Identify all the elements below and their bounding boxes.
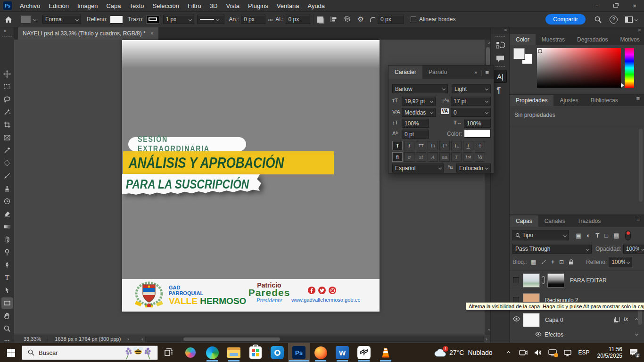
help-icon[interactable]: ? [610,16,618,24]
visibility-checkbox[interactable] [513,277,519,283]
filter-toggle-switch[interactable] [625,230,631,240]
lock-all-icon[interactable] [569,259,574,265]
document-close-icon[interactable]: × [150,30,154,37]
ordinals-button[interactable]: 1st [463,152,473,162]
zoom-tool-icon[interactable] [1,323,13,334]
effects-label[interactable]: Efectos [545,331,563,338]
comments-panel-icon[interactable] [496,55,504,63]
shape-height-field[interactable]: 0 px [286,15,310,24]
paragraph-panel-icon[interactable]: ¶ [496,86,501,96]
rectangle-tool-icon[interactable] [1,297,13,309]
language-select[interactable]: Español [392,164,444,173]
tab-degradados[interactable]: Degradados [571,34,614,45]
h-scroll-left-arrow[interactable]: ‹ [141,336,143,342]
eyedropper-tool-icon[interactable] [1,145,13,156]
taskbar-outlook[interactable] [266,343,288,362]
align-edges-checkbox[interactable] [411,16,416,22]
collapse-tools-icon[interactable]: » [4,28,7,33]
dodge-tool-icon[interactable] [1,247,13,258]
menu-archivo[interactable]: Archivo [16,0,44,12]
discretionary-ligatures-button[interactable]: st [416,152,426,162]
opacity-field[interactable]: 100% [623,244,644,254]
stroke-width-select[interactable]: 1 px [163,15,194,24]
fill-opacity-field[interactable]: 100% [609,257,632,267]
small-caps-button[interactable]: Tᴛ [428,141,438,150]
layer-filter-select[interactable]: Tipo [512,230,569,240]
dock-grip[interactable] [495,66,505,67]
taskbar-capcut[interactable] [353,343,375,362]
artboard[interactable]: SESIÓN EXTRAORDINARIA ANÁLISIS Y APROBAC… [122,40,380,312]
fractions-button[interactable]: ½ [475,152,485,162]
visibility-eye-icon[interactable] [513,316,520,321]
layer-row-efectos[interactable]: Efectos [510,329,644,340]
expand-icon[interactable] [635,332,638,336]
tab-trazados[interactable]: Trazados [571,215,607,227]
superscript-button[interactable]: T¹ [439,141,450,150]
faux-italic-button[interactable]: T [404,141,414,150]
taskbar-word[interactable]: W [331,343,353,362]
underline-button[interactable]: T [463,141,473,150]
menu-3d[interactable]: 3D [206,0,222,12]
antialias-select[interactable]: Enfocado [456,164,491,173]
taskbar-vlc[interactable] [375,343,396,362]
menu-vista[interactable]: Vista [222,0,244,12]
weather-temperature[interactable]: 27°C [449,349,464,356]
stroke-color-swatch[interactable] [146,16,159,24]
all-caps-button[interactable]: TT [416,141,426,150]
zoom-level-field[interactable]: 33,33% [24,336,41,342]
tray-overflow-chevron-icon[interactable] [507,351,510,354]
stylistic-alternates-button[interactable]: T [451,152,462,162]
minimize-button[interactable]: − [587,0,606,12]
panel-menu-icon[interactable]: ≡ [631,95,644,106]
titling-alternates-button[interactable]: A [428,152,438,162]
expand-dock-icon[interactable]: « [491,27,510,34]
weather-icon[interactable]: 1 [434,348,446,357]
baseline-shift-field[interactable]: 0 pt [402,130,429,139]
task-view-button[interactable] [158,343,180,362]
crop-tool-icon[interactable] [1,119,13,131]
hue-slider[interactable] [625,48,634,88]
notification-center-icon[interactable]: 2 [629,348,638,357]
document-tab[interactable]: NAYELI.psd al 33,3% (Titulo y cuadros, R… [18,27,158,40]
layer-thumbnail[interactable] [523,273,540,288]
collapse-dock-icon[interactable]: » [510,27,644,34]
font-family-select[interactable]: Barlow [392,84,448,93]
lock-artboard-icon[interactable]: ⊡ [559,259,564,265]
hand-tool-icon[interactable] [1,310,13,321]
horizontal-scroll-thumb[interactable] [183,337,280,341]
taskbar-firefox[interactable] [310,343,331,362]
lock-transparency-icon[interactable]: ▦ [531,259,536,265]
taskbar-photoshop-active[interactable]: Ps [288,343,310,362]
fill-color-swatch[interactable] [110,16,123,24]
panel-foreground-swatch[interactable] [513,48,525,59]
lock-position-icon[interactable]: + [551,259,554,265]
quick-selection-tool-icon[interactable] [1,107,13,118]
menu-ventana[interactable]: Ventana [272,0,304,12]
panel-menu-icon[interactable]: ≡ [485,69,489,76]
color-field[interactable] [537,48,621,88]
layer-name[interactable]: Capa 0 [545,317,563,323]
copilot-button[interactable] [180,343,201,362]
share-button[interactable]: Compartir [545,14,586,25]
layer-fx-badge[interactable]: fx [624,316,628,322]
clone-stamp-tool-icon[interactable] [1,183,13,194]
taskbar-edge[interactable] [201,343,223,362]
visibility-eye-icon[interactable] [535,332,542,337]
marquee-tool-icon[interactable] [1,81,13,92]
link-dimensions-icon[interactable]: ∞ [268,16,272,23]
move-tool-icon[interactable] [1,68,13,80]
filter-type-layers-icon[interactable]: T [595,232,599,239]
filter-smart-objects-icon[interactable]: ▤ [613,232,619,239]
layer-thumbnail[interactable] [523,313,540,327]
meet-now-icon[interactable] [519,349,528,356]
tab-bibliotecas[interactable]: Bibliotecas [585,95,624,106]
collapse-panel-icon[interactable]: » [474,70,477,75]
frame-tool-icon[interactable] [1,132,13,143]
tracking-select[interactable]: 0 [451,108,491,117]
path-operations-icon[interactable] [317,16,323,23]
font-size-select[interactable]: 19,92 pt [402,97,436,106]
menu-ayuda[interactable]: Ayuda [303,0,329,12]
color-field-cursor[interactable] [538,49,542,53]
tab-motivos[interactable]: Motivos [614,34,644,45]
horizontal-scale-field[interactable]: 100% [464,119,491,128]
